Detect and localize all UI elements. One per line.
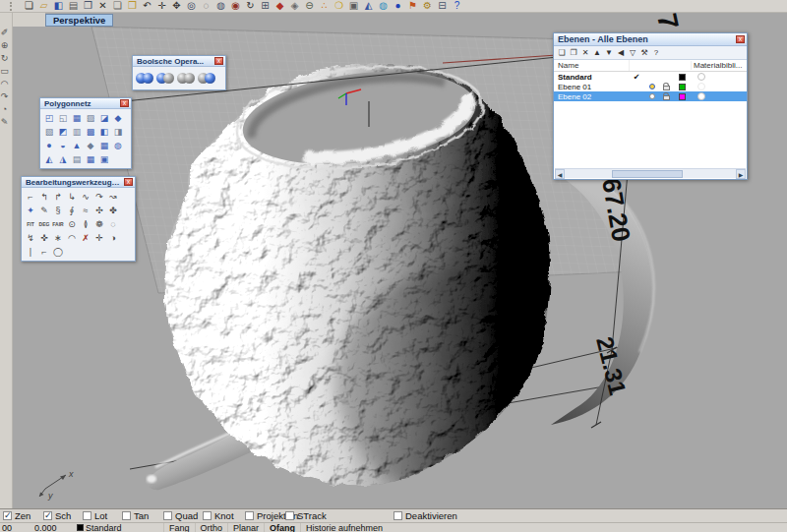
perspective-viewport[interactable]: 67.20 21.31 7 x y Perspektive Boolsche O… bbox=[13, 13, 787, 508]
curve-tool-icon[interactable]: ∿ bbox=[79, 190, 92, 204]
curve-tool-icon[interactable]: ❁ bbox=[92, 217, 106, 231]
curve-tool-icon[interactable]: ↝ bbox=[106, 190, 120, 204]
status-pane[interactable]: Planar bbox=[227, 523, 264, 532]
left-tool-icon[interactable]: ✐ bbox=[0, 27, 11, 39]
move-icon[interactable]: ✥ bbox=[169, 0, 184, 12]
curve-tool-icon[interactable]: FIT bbox=[24, 217, 37, 231]
mesh-tool-icon[interactable]: ▣ bbox=[97, 152, 111, 166]
left-tool-icon[interactable]: ▭ bbox=[0, 65, 11, 78]
scroll-left-icon[interactable]: ◀ bbox=[555, 169, 565, 179]
control-points-icon[interactable]: ∴ bbox=[317, 0, 332, 12]
mesh-tool-icon[interactable]: ◧ bbox=[97, 125, 111, 139]
viewport-tab-perspective[interactable]: Perspektive bbox=[45, 14, 113, 27]
left-tool-icon[interactable]: ◔ bbox=[0, 103, 11, 116]
curve-tool-icon[interactable]: ∗ bbox=[51, 231, 65, 245]
mesh-tool-icon[interactable]: ◨ bbox=[111, 125, 125, 139]
curve-tool-icon[interactable]: ✦ bbox=[24, 204, 37, 217]
lamp-icon[interactable]: ❍ bbox=[332, 0, 346, 12]
undo-icon[interactable]: ↶ bbox=[140, 0, 154, 12]
save-icon[interactable]: ◧ bbox=[51, 0, 66, 12]
checkbox[interactable] bbox=[394, 511, 402, 520]
bool-difference-icon[interactable] bbox=[155, 69, 176, 88]
curve-tool-icon[interactable]: ◌ bbox=[106, 217, 120, 231]
pan-hand-icon[interactable]: ✛ bbox=[154, 0, 169, 12]
curve-tool-icon[interactable]: ✤ bbox=[106, 204, 120, 217]
new-document-icon[interactable]: ❏ bbox=[22, 0, 36, 12]
mesh-tool-icon[interactable]: ◆ bbox=[111, 111, 125, 125]
curve-tool-icon[interactable]: ◠ bbox=[65, 231, 79, 245]
layer-visibility-bulb-icon[interactable] bbox=[649, 93, 655, 99]
curve-tool-icon[interactable]: ↷ bbox=[92, 190, 106, 204]
zoom-dynamic-icon[interactable]: ◎ bbox=[184, 0, 199, 12]
layers-panel-titlebar[interactable]: Ebenen - Alle Ebenen x bbox=[554, 33, 747, 46]
curve-tool-icon[interactable]: ✣ bbox=[92, 204, 106, 217]
left-tool-icon[interactable]: ↻ bbox=[0, 52, 11, 65]
layer-row[interactable]: Ebene 01 bbox=[554, 82, 747, 91]
osnap-checkbox-item[interactable]: Knot bbox=[203, 510, 245, 521]
checkbox[interactable] bbox=[3, 511, 12, 520]
copy-icon[interactable]: ❐ bbox=[81, 0, 95, 12]
column-name[interactable]: Name bbox=[554, 61, 629, 70]
status-pane[interactable]: Fang bbox=[163, 523, 195, 532]
status-pane[interactable]: Ortho bbox=[195, 523, 228, 532]
new-layer-button[interactable]: ❏ bbox=[556, 47, 568, 59]
curve-tool-icon[interactable]: ↯ bbox=[24, 231, 37, 245]
layer-color-swatch[interactable] bbox=[679, 84, 686, 90]
rotate-view-icon[interactable]: ↻ bbox=[243, 0, 258, 12]
mesh-tool-icon[interactable]: ◭ bbox=[42, 152, 56, 166]
curve-tool-icon[interactable]: ↰ bbox=[37, 190, 51, 204]
layer-lock-icon[interactable] bbox=[663, 95, 670, 100]
checkbox[interactable] bbox=[245, 511, 254, 520]
render-icon[interactable]: ◈ bbox=[287, 0, 302, 12]
analyze-icon[interactable]: ◭ bbox=[361, 0, 376, 12]
layer-material-icon[interactable] bbox=[697, 92, 705, 100]
curve-tool-icon[interactable]: ∮ bbox=[65, 204, 79, 217]
panel-help-button[interactable]: ? bbox=[650, 47, 662, 59]
lock-icon[interactable]: ▣ bbox=[346, 0, 361, 12]
mesh-tool-icon[interactable]: ◩ bbox=[56, 125, 70, 139]
curve-tool-icon[interactable]: ✛ bbox=[92, 231, 106, 245]
curve-tool-icon[interactable]: ✜ bbox=[37, 231, 51, 245]
mesh-tool-icon[interactable]: ▤ bbox=[70, 152, 84, 166]
zoom-selected-icon[interactable]: ◉ bbox=[228, 0, 243, 12]
osnap-checkbox-item[interactable]: Tan bbox=[122, 510, 163, 521]
mesh-tool-icon[interactable]: ▦ bbox=[97, 139, 111, 152]
osnap-checkbox-item[interactable]: Deaktivieren bbox=[394, 510, 457, 521]
bool-split-icon[interactable] bbox=[197, 69, 217, 88]
left-tool-icon[interactable]: ⊕ bbox=[0, 39, 11, 52]
zoom-window-icon[interactable]: ◌ bbox=[199, 0, 213, 12]
layers-horizontal-scrollbar[interactable]: ◀ ▶ bbox=[555, 168, 746, 178]
current-layer-pane[interactable]: Standard bbox=[75, 523, 163, 532]
osnap-checkbox-item[interactable]: Lot bbox=[83, 510, 122, 521]
curve-tool-icon[interactable]: DEG bbox=[37, 217, 51, 231]
checkbox[interactable] bbox=[285, 511, 294, 520]
viewport-layout-icon[interactable]: ⊞ bbox=[258, 0, 272, 12]
filter-button[interactable]: ▽ bbox=[627, 47, 638, 59]
curve-tool-icon[interactable]: FAIR bbox=[51, 217, 65, 231]
mesh-tool-icon[interactable]: ▥ bbox=[70, 125, 84, 139]
checkbox[interactable] bbox=[163, 511, 172, 520]
mesh-tool-icon[interactable]: ● bbox=[42, 139, 56, 152]
curve-tool-icon[interactable]: ↱ bbox=[51, 190, 65, 204]
osnap-checkbox-item[interactable]: Zen bbox=[3, 510, 43, 521]
bool-union-icon[interactable] bbox=[135, 69, 155, 88]
mesh-tool-icon[interactable]: ◮ bbox=[56, 152, 70, 166]
column-material[interactable]: Materialbibli... bbox=[691, 61, 747, 70]
mesh-tool-icon[interactable]: ◪ bbox=[97, 111, 111, 125]
paste-icon[interactable]: ❐ bbox=[125, 0, 140, 12]
curve-tool-icon[interactable]: | bbox=[24, 245, 37, 259]
move-up-button[interactable]: ▲ bbox=[591, 47, 603, 59]
mesh-tool-icon[interactable]: ◆ bbox=[84, 139, 97, 152]
move-down-button[interactable]: ▼ bbox=[603, 47, 615, 59]
close-icon[interactable]: x bbox=[214, 57, 223, 65]
hide-object-icon[interactable]: ⊖ bbox=[302, 0, 317, 12]
curve-tool-icon[interactable]: ⌐ bbox=[24, 190, 37, 204]
help-icon[interactable]: ? bbox=[450, 0, 464, 12]
curve-tool-icon[interactable]: ⊙ bbox=[65, 217, 79, 231]
mesh-tool-icon[interactable]: ▧ bbox=[42, 125, 56, 139]
expand-button[interactable]: ◀ bbox=[615, 47, 627, 59]
osnap-checkbox-item[interactable]: Quad bbox=[163, 510, 203, 521]
boolean-toolbar-titlebar[interactable]: Boolsche Opera... x bbox=[133, 56, 225, 67]
osnap-checkbox-item[interactable]: Sch bbox=[43, 510, 83, 521]
left-tool-icon[interactable]: ↷ bbox=[0, 90, 11, 103]
